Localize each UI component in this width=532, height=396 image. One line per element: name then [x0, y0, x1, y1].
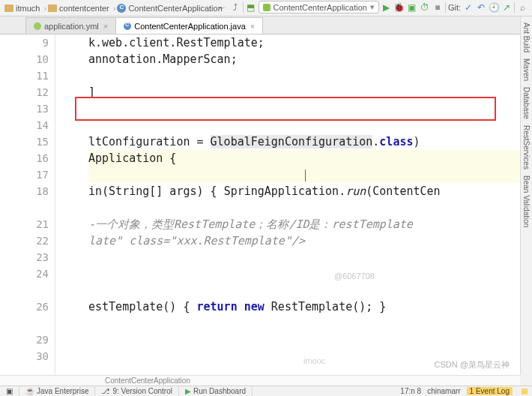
class-icon: [117, 4, 126, 13]
sb-version-control[interactable]: ⎇9: Version Control: [95, 386, 179, 396]
breadcrumb-module[interactable]: contentcenter: [48, 4, 109, 13]
breadcrumb: itmuch › contentcenter › ContentCenterAp…: [0, 0, 532, 16]
stop-icon[interactable]: ■: [432, 2, 443, 13]
build-icon[interactable]: ⬒: [246, 2, 256, 13]
line-number: 22: [13, 232, 55, 249]
chevron-right-icon: ›: [113, 4, 116, 13]
editor-tabs: application.yml × ContentCenterApplicati…: [0, 16, 532, 34]
editor[interactable]: 9 10 11 12 13 14 15 16 17 18 21 22 23 24…: [0, 34, 520, 375]
right-tool-strip: Ant Build Maven Database RestServices Be…: [520, 16, 532, 375]
debug-icon[interactable]: 🐞: [394, 2, 405, 13]
right-tab-bean[interactable]: Bean Validation: [522, 176, 531, 227]
sb-linecol[interactable]: 17:n 8: [400, 387, 421, 395]
code-line: late" class="xxx.RestTemplate"/>: [88, 232, 520, 249]
close-icon[interactable]: ×: [250, 22, 255, 31]
line-number: 9: [13, 34, 55, 51]
code-line: [88, 249, 520, 266]
right-tab-rest[interactable]: RestServices: [522, 125, 531, 170]
line-number: 29: [13, 332, 55, 348]
git-push-icon[interactable]: ↗: [501, 2, 512, 13]
folder-icon: [4, 4, 13, 12]
statusbar: ▣ ☕Java Enterprise ⎇9: Version Control ▶…: [0, 386, 532, 396]
right-tab-database[interactable]: Database: [522, 87, 531, 119]
watermark: imooc: [303, 356, 325, 365]
search-icon[interactable]: ⌕: [517, 2, 528, 13]
code-line: [88, 117, 520, 134]
line-number: 26: [13, 298, 55, 315]
sb-encoding[interactable]: chinamarr: [427, 387, 460, 395]
line-number: 17: [13, 166, 55, 183]
sb-run-dashboard[interactable]: ▶Run Dashboard: [179, 386, 253, 396]
code-line: [88, 266, 520, 282]
code-line: k.web.client.RestTemplate;: [88, 34, 520, 51]
tab-application-yml[interactable]: application.yml ×: [25, 17, 116, 34]
line-number: 18: [13, 183, 55, 200]
line-number: 21: [13, 216, 55, 232]
code-line: [88, 332, 520, 348]
git-revert-icon[interactable]: ↶: [476, 2, 486, 13]
run-icon[interactable]: ▶: [381, 2, 392, 13]
code-line: annotation.MapperScan;: [88, 51, 520, 68]
git-update-icon[interactable]: ✓: [463, 2, 474, 13]
right-tab-maven[interactable]: Maven: [522, 58, 531, 81]
editor-breadcrumb[interactable]: ContentCenterApplication: [0, 375, 520, 386]
code-line: ]: [88, 84, 520, 100]
lock-icon[interactable]: [522, 388, 528, 394]
close-icon[interactable]: ×: [103, 22, 108, 31]
line-number: [13, 200, 55, 216]
code-line: -一个对象，类型RestTemplate；名称/ID是：restTemplate: [88, 216, 520, 232]
line-number: [13, 282, 55, 298]
chevron-right-icon: ›: [43, 4, 46, 13]
text-cursor: [305, 170, 306, 182]
line-number: 13: [13, 100, 55, 117]
code-line: estTemplate() { return new RestTemplate(…: [88, 298, 520, 315]
class-icon: [124, 22, 131, 30]
code-line: [88, 200, 520, 216]
right-tab-ant[interactable]: Ant Build: [522, 22, 531, 52]
code-line: [88, 315, 520, 332]
run-config-dropdown[interactable]: ContentCenterApplication ▾: [259, 1, 379, 14]
line-number: 12: [13, 84, 55, 100]
code-line: ltConfiguration = GlobalFeignConfigurati…: [88, 134, 520, 150]
sb-terminal[interactable]: ▣: [0, 386, 19, 396]
line-number: 16: [13, 150, 55, 166]
code-line: Application {: [88, 150, 520, 166]
yml-icon: [34, 22, 41, 30]
line-number: 23: [13, 249, 55, 266]
folder-icon: [48, 4, 57, 12]
line-number: 30: [13, 348, 55, 364]
line-number: 15: [13, 134, 55, 150]
git-history-icon[interactable]: 🕘: [489, 2, 499, 13]
code-line: [88, 282, 520, 298]
line-number: 11: [13, 68, 55, 84]
line-number: 10: [13, 51, 55, 68]
spring-icon: [263, 4, 270, 11]
forward-icon[interactable]: ⤴: [230, 2, 241, 13]
watermark: CSDN @菜鸟星云神: [435, 359, 510, 370]
code-line: [88, 68, 520, 84]
coverage-icon[interactable]: ▣: [407, 2, 417, 13]
tab-content-center-app[interactable]: ContentCenterApplication.java ×: [115, 17, 263, 34]
back-icon[interactable]: ←: [217, 2, 228, 13]
line-number: 14: [13, 117, 55, 134]
code-line: [88, 166, 520, 183]
breadcrumb-file[interactable]: ContentCenterApplication: [117, 4, 222, 13]
line-number: 24: [13, 266, 55, 282]
watermark: @6067708: [334, 272, 375, 280]
code-area[interactable]: k.web.client.RestTemplate; annotation.Ma…: [55, 34, 520, 375]
chevron-down-icon: ▾: [370, 2, 375, 12]
sb-notif[interactable]: 1 Event Log: [467, 387, 513, 395]
code-line: in(String[] args) { SpringApplication.ru…: [88, 183, 520, 200]
gutter: 9 10 11 12 13 14 15 16 17 18 21 22 23 24…: [13, 34, 55, 375]
sb-java-enterprise[interactable]: ☕Java Enterprise: [19, 386, 95, 396]
breadcrumb-project[interactable]: itmuch: [4, 4, 40, 13]
profile-icon[interactable]: ⏱: [420, 2, 430, 13]
toolbar: ← ⤴ ⬒ ContentCenterApplication ▾ ▶ 🐞 ▣ ⏱…: [217, 1, 528, 14]
git-label: Git:: [448, 3, 461, 12]
code-line: [88, 100, 520, 117]
line-number: [13, 315, 55, 332]
